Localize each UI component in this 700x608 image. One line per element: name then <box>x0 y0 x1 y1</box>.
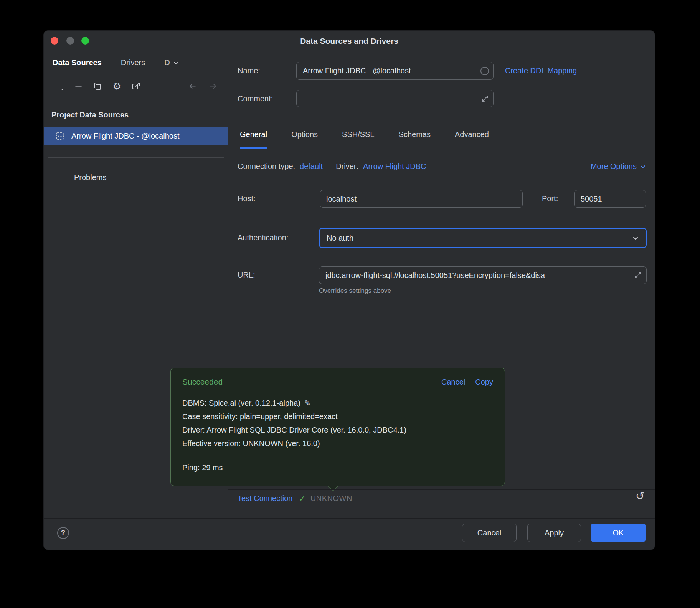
dbms-info-line: DBMS: Spice.ai (ver. 0.12.1-alpha)✎ <box>182 397 493 410</box>
popup-copy-link[interactable]: Copy <box>475 378 493 387</box>
name-progress-ring-icon <box>480 67 489 75</box>
case-sensitivity-line: Case sensitivity: plain=upper, delimited… <box>182 410 493 423</box>
comment-input[interactable] <box>296 90 494 107</box>
settings-tab-bar: General Options SSH/SSL Schemas Advanced <box>240 130 489 149</box>
tab-advanced[interactable]: Advanced <box>455 130 489 149</box>
url-field-wrap <box>319 266 647 284</box>
connection-status-text: Succeeded <box>182 377 223 387</box>
tab-general[interactable]: General <box>240 130 267 149</box>
sidebar-list-divider <box>48 157 224 158</box>
chevron-down-icon <box>173 60 179 66</box>
name-label: Name: <box>238 66 260 75</box>
url-overrides-note: Overrides settings above <box>319 287 391 295</box>
authentication-value: No auth <box>327 234 353 243</box>
add-data-source-icon[interactable] <box>54 81 64 91</box>
name-input[interactable] <box>296 62 494 80</box>
apply-button[interactable]: Apply <box>527 524 581 542</box>
driver-info-line: Driver: Arrow Flight SQL JDBC Driver Cor… <box>182 423 493 437</box>
test-connection-divider <box>228 489 655 490</box>
data-source-icon <box>55 132 64 141</box>
comment-label: Comment: <box>238 94 273 103</box>
success-check-icon: ✓ <box>299 494 305 503</box>
host-input[interactable] <box>320 190 523 208</box>
help-button[interactable]: ? <box>57 527 69 539</box>
chevron-down-icon <box>632 235 639 241</box>
sidebar-tab-divider <box>44 72 228 72</box>
forward-arrow-icon[interactable] <box>208 81 218 91</box>
data-sources-dialog: Data Sources and Drivers Data Sources Dr… <box>43 30 655 550</box>
tab-data-sources[interactable]: Data Sources <box>53 58 102 67</box>
popup-cancel-link[interactable]: Cancel <box>441 378 465 387</box>
sidebar-toolbar: ⚙ <box>54 81 141 91</box>
test-connection-result-popup: Succeeded Cancel Copy DBMS: Spice.ai (ve… <box>170 368 505 486</box>
driver-value-link[interactable]: Arrow Flight JDBC <box>363 162 426 171</box>
chevron-down-icon <box>640 164 646 170</box>
tab-drivers[interactable]: Drivers <box>121 58 145 67</box>
effective-version-line: Effective version: UNKNOWN (ver. 16.0) <box>182 437 493 450</box>
tab-ddl-mappings-truncated[interactable]: D <box>164 58 179 67</box>
tab-schemas[interactable]: Schemas <box>399 130 431 149</box>
port-field-wrap <box>574 190 646 208</box>
project-data-sources-header: Project Data Sources <box>51 111 129 119</box>
window-title: Data Sources and Drivers <box>44 36 655 46</box>
duplicate-icon[interactable] <box>93 81 102 91</box>
more-options-label: More Options <box>591 162 637 171</box>
driver-label: Driver: <box>336 162 358 171</box>
test-connection-row: Test Connection ✓ UNKNOWN <box>238 494 352 503</box>
footer-divider <box>44 518 655 519</box>
port-label: Port: <box>542 194 558 203</box>
authentication-select[interactable]: No auth <box>319 228 647 248</box>
test-connection-link[interactable]: Test Connection <box>238 494 292 503</box>
open-ddl-in-editor-icon[interactable] <box>131 81 141 91</box>
ping-line: Ping: 29 ms <box>182 463 493 472</box>
create-ddl-mapping-link[interactable]: Create DDL Mapping <box>505 66 577 75</box>
back-arrow-icon[interactable] <box>188 81 197 91</box>
sidebar-nav-arrows <box>188 81 218 91</box>
comment-field-wrap <box>296 90 494 107</box>
sidebar-tab-bar: Data Sources Drivers D <box>53 58 179 67</box>
tab-bar-divider <box>228 149 655 149</box>
tab-ssh-ssl[interactable]: SSH/SSL <box>342 130 374 149</box>
remove-data-source-icon[interactable] <box>74 81 83 91</box>
data-source-item-label: Arrow Flight JDBC - @localhost <box>71 132 179 140</box>
data-source-item-selected[interactable]: Arrow Flight JDBC - @localhost <box>44 127 228 145</box>
url-input[interactable] <box>319 266 647 284</box>
connection-type-row: Connection type: default Driver: Arrow F… <box>238 162 646 171</box>
connection-type-label: Connection type: <box>238 162 295 171</box>
port-input[interactable] <box>574 190 646 208</box>
authentication-label: Authentication: <box>238 233 288 242</box>
connection-type-value-link[interactable]: default <box>300 162 323 171</box>
tab-ddl-label: D <box>164 58 170 67</box>
edit-pencil-icon[interactable]: ✎ <box>304 397 311 410</box>
connection-version-status: UNKNOWN <box>310 494 352 503</box>
expand-url-icon[interactable] <box>634 271 642 279</box>
settings-gear-icon[interactable]: ⚙ <box>112 81 122 91</box>
tab-options[interactable]: Options <box>291 130 318 149</box>
revert-icon[interactable]: ↺ <box>636 490 644 502</box>
more-options-link[interactable]: More Options <box>591 162 646 171</box>
expand-comment-icon[interactable] <box>481 95 489 102</box>
host-label: Host: <box>238 194 256 203</box>
ok-button[interactable]: OK <box>591 524 646 542</box>
host-field-wrap <box>320 190 523 208</box>
url-label: URL: <box>238 271 255 279</box>
problems-section-label[interactable]: Problems <box>74 173 106 182</box>
cancel-button[interactable]: Cancel <box>462 524 517 542</box>
name-field-wrap <box>296 62 494 80</box>
